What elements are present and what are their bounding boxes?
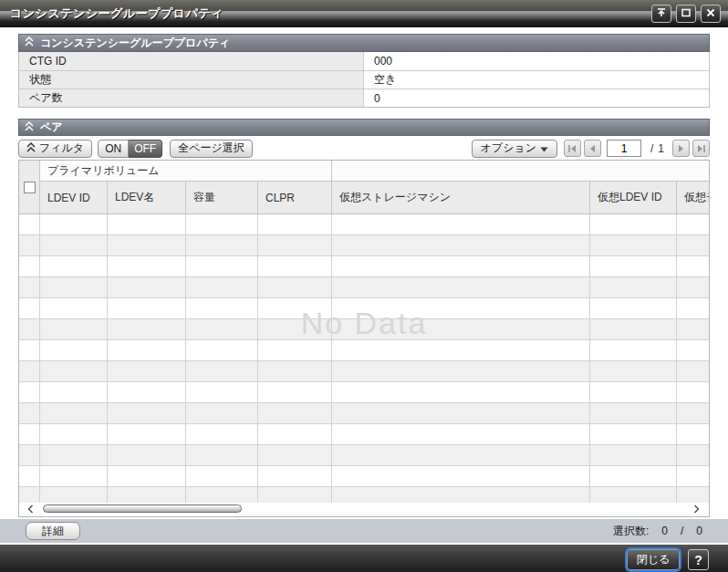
last-page-button[interactable] <box>692 140 710 157</box>
filter-button[interactable]: フィルタ <box>18 140 92 158</box>
table-cell <box>40 382 108 403</box>
table-row <box>19 466 709 487</box>
property-value: 000 <box>364 52 709 70</box>
table-cell <box>186 256 258 277</box>
column-header-capacity[interactable]: 容量 <box>186 182 258 214</box>
table-cell <box>186 487 258 503</box>
table-body: No Data <box>19 214 709 503</box>
selected-count-label: 選択数: <box>613 524 649 539</box>
table-row <box>19 424 709 445</box>
select-all-checkbox[interactable] <box>24 182 36 193</box>
scroll-right-arrow[interactable] <box>691 504 702 515</box>
table-cell <box>677 340 709 361</box>
table-cell <box>19 214 40 235</box>
pairs-section-header[interactable]: ペア <box>18 119 710 136</box>
table-cell <box>677 424 709 445</box>
table-cell <box>332 445 590 466</box>
prev-page-button[interactable] <box>584 140 601 157</box>
table-row <box>19 256 709 277</box>
column-header-virtual-clipped[interactable]: 仮想デ <box>677 182 709 214</box>
page-number-input[interactable] <box>607 140 641 157</box>
detail-button[interactable]: 詳細 <box>26 522 80 540</box>
options-button[interactable]: オプション <box>472 140 557 158</box>
column-header-virtual-storage-machine[interactable]: 仮想ストレージマシン <box>332 182 590 214</box>
table-cell <box>40 403 108 424</box>
column-header-clpr[interactable]: CLPR <box>258 182 332 214</box>
page-total: 1 <box>658 142 664 155</box>
scrollbar-thumb[interactable] <box>43 504 242 513</box>
table-cell <box>258 487 332 503</box>
pair-table: プライマリボリューム LDEV ID LDEV名 容量 CLPR 仮想ストレージ… <box>18 160 710 517</box>
table-cell <box>19 361 40 382</box>
table-cell <box>258 256 332 277</box>
pairs-toolbar: フィルタ ON OFF 全ページ選択 オプション / <box>18 139 710 158</box>
next-page-button[interactable] <box>672 140 690 157</box>
table-cell <box>332 382 590 403</box>
table-cell <box>19 382 40 403</box>
table-cell <box>40 445 108 466</box>
table-cell <box>677 256 709 277</box>
table-cell <box>186 235 258 256</box>
properties-section-header[interactable]: コンシステンシーグループプロパティ <box>18 34 710 52</box>
column-header-virtual-ldev-id[interactable]: 仮想LDEV ID <box>590 182 677 214</box>
table-cell <box>186 424 258 445</box>
table-row <box>19 235 709 256</box>
restore-button[interactable] <box>676 5 696 23</box>
filter-off-button[interactable]: OFF <box>129 140 162 158</box>
table-cell <box>186 361 258 382</box>
table-cell <box>332 403 590 424</box>
table-cell <box>19 403 40 424</box>
table-cell <box>677 277 709 298</box>
table-cell <box>677 403 709 424</box>
table-cell <box>108 340 186 361</box>
table-cell <box>186 340 258 361</box>
table-cell <box>258 382 332 403</box>
table-cell <box>590 403 677 424</box>
close-icon <box>705 7 716 21</box>
table-row <box>19 214 709 235</box>
filter-on-button[interactable]: ON <box>98 140 129 158</box>
selected-count-separator: / <box>681 525 683 537</box>
filter-button-label: フィルタ <box>39 140 84 156</box>
close-button[interactable] <box>701 5 721 23</box>
select-all-pages-button[interactable]: 全ページ選択 <box>170 140 253 158</box>
collapse-icon <box>25 121 34 134</box>
close-dialog-button[interactable]: 閉じる <box>627 549 680 570</box>
table-cell <box>590 277 677 298</box>
rollup-icon <box>656 7 667 21</box>
column-header-ldev-name[interactable]: LDEV名 <box>108 182 186 214</box>
table-cell <box>590 256 677 277</box>
pairs-section: ペア フィルタ ON OFF 全ページ選択 オプション <box>18 119 710 517</box>
table-cell <box>108 214 186 235</box>
table-cell <box>258 424 332 445</box>
help-button[interactable]: ? <box>688 549 709 570</box>
filter-collapse-icon <box>26 142 36 155</box>
first-page-button[interactable] <box>564 140 581 157</box>
properties-table: CTG ID 000 状態 空き ペア数 0 <box>18 52 710 108</box>
table-row <box>19 277 709 298</box>
column-header-ldev-id[interactable]: LDEV ID <box>40 182 108 214</box>
table-cell <box>186 445 258 466</box>
table-cell <box>332 340 590 361</box>
page-separator: / <box>650 142 653 155</box>
table-cell <box>108 361 186 382</box>
table-cell <box>258 214 332 235</box>
table-cell <box>258 466 332 487</box>
table-cell <box>108 424 186 445</box>
table-cell <box>19 424 40 445</box>
property-row-status: 状態 空き <box>19 70 709 88</box>
rollup-button[interactable] <box>651 5 671 23</box>
table-cell <box>677 445 709 466</box>
property-label: ペア数 <box>19 89 364 107</box>
table-cell <box>677 214 709 235</box>
table-cell <box>186 466 258 487</box>
table-cell <box>19 235 40 256</box>
table-cell <box>677 466 709 487</box>
table-row <box>19 382 709 403</box>
table-cell <box>677 361 709 382</box>
restore-icon <box>681 7 692 21</box>
table-cell <box>108 277 186 298</box>
scroll-left-arrow[interactable] <box>25 504 36 515</box>
dialog-titlebar: コンシステンシーグループプロパティ <box>0 0 728 27</box>
table-cell <box>332 235 590 256</box>
